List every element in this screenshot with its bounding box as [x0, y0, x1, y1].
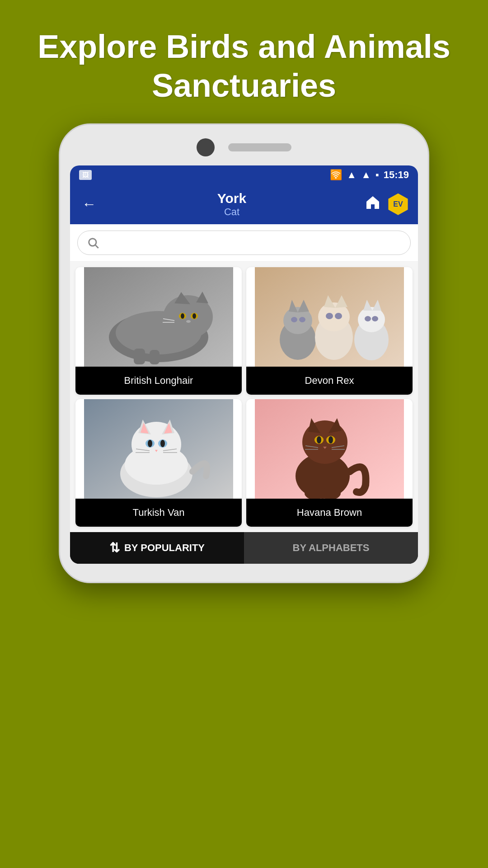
signal-icon: ▲: [347, 169, 357, 181]
svg-point-56: [302, 420, 347, 464]
battery-icon: ▪: [375, 169, 379, 181]
notification-icon: 🖼: [79, 170, 92, 180]
status-left: 🖼: [79, 170, 92, 180]
devon-rex-image: [246, 267, 413, 367]
page-header: Explore Birds and Animals Sanctuaries: [0, 0, 488, 123]
british-longhair-image: [75, 267, 242, 367]
phone-top-bar: [70, 138, 418, 156]
havana-brown-image: [246, 399, 413, 499]
bottom-bar: ⇅ BY POPULARITY BY ALPHABETS: [70, 532, 418, 564]
turkish-van-label: Turkish Van: [75, 499, 242, 527]
app-bar-icons: EV: [365, 193, 409, 215]
svg-point-31: [358, 307, 385, 332]
phone-speaker: [228, 143, 291, 151]
svg-point-35: [372, 316, 378, 321]
phone-frame: 🖼 🛜 ▲ ▲ ▪ 15:19 ← York Cat: [59, 123, 429, 583]
app-bar: ← York Cat EV: [70, 184, 418, 224]
header-line2: Sanctuaries: [152, 67, 336, 104]
status-right: 🛜 ▲ ▲ ▪ 15:19: [330, 169, 409, 181]
page-title: Explore Birds and Animals Sanctuaries: [9, 27, 479, 105]
back-button[interactable]: ←: [79, 193, 99, 215]
svg-point-28: [326, 313, 333, 319]
wifi-icon: 🛜: [330, 169, 342, 181]
search-container: [70, 224, 418, 262]
popularity-button[interactable]: ⇅ BY POPULARITY: [70, 532, 244, 564]
svg-point-29: [335, 313, 342, 319]
sort-icon: ⇅: [109, 540, 120, 555]
status-bar: 🖼 🛜 ▲ ▲ ▪ 15:19: [70, 165, 418, 184]
search-icon: [87, 236, 99, 249]
british-longhair-label: British Longhair: [75, 367, 242, 395]
card-british-longhair[interactable]: British Longhair: [75, 267, 242, 395]
svg-rect-15: [134, 349, 145, 364]
svg-point-12: [186, 320, 191, 323]
cat-grid: British Longhair: [70, 262, 418, 532]
alphabets-label: BY ALPHABETS: [293, 542, 370, 554]
devon-rex-label: Devon Rex: [246, 367, 413, 395]
svg-rect-16: [150, 350, 160, 364]
svg-point-9: [181, 313, 184, 319]
ev-label: EV: [393, 200, 403, 208]
app-bar-sub-title: Cat: [99, 206, 365, 218]
svg-point-23: [299, 317, 305, 322]
svg-point-34: [365, 316, 371, 321]
svg-point-47: [160, 440, 165, 447]
svg-point-39: [131, 422, 181, 467]
svg-point-22: [291, 317, 297, 322]
header-line1: Explore Birds and Animals: [38, 28, 450, 65]
svg-point-60: [317, 436, 321, 443]
card-turkish-van[interactable]: Turkish Van: [75, 399, 242, 527]
svg-point-0: [89, 238, 96, 245]
card-devon-rex[interactable]: Devon Rex: [246, 267, 413, 395]
front-camera: [197, 138, 215, 156]
card-havana-brown[interactable]: Havana Brown: [246, 399, 413, 527]
signal-icon2: ▲: [361, 169, 371, 181]
svg-point-45: [148, 440, 152, 447]
app-bar-title: York Cat: [99, 191, 365, 218]
phone-screen: 🖼 🛜 ▲ ▲ ▪ 15:19 ← York Cat: [70, 165, 418, 564]
app-bar-main-title: York: [99, 191, 365, 206]
havana-brown-label: Havana Brown: [246, 499, 413, 527]
svg-point-62: [328, 436, 333, 443]
home-button[interactable]: [365, 194, 381, 214]
search-input[interactable]: [105, 236, 401, 249]
search-bar[interactable]: [77, 231, 411, 255]
ev-badge[interactable]: EV: [387, 193, 409, 215]
turkish-van-image: [75, 399, 242, 499]
status-time: 15:19: [384, 169, 409, 181]
svg-point-11: [192, 313, 196, 319]
popularity-label: BY POPULARITY: [124, 542, 205, 554]
alphabets-button[interactable]: BY ALPHABETS: [244, 532, 418, 564]
svg-line-1: [95, 245, 98, 248]
